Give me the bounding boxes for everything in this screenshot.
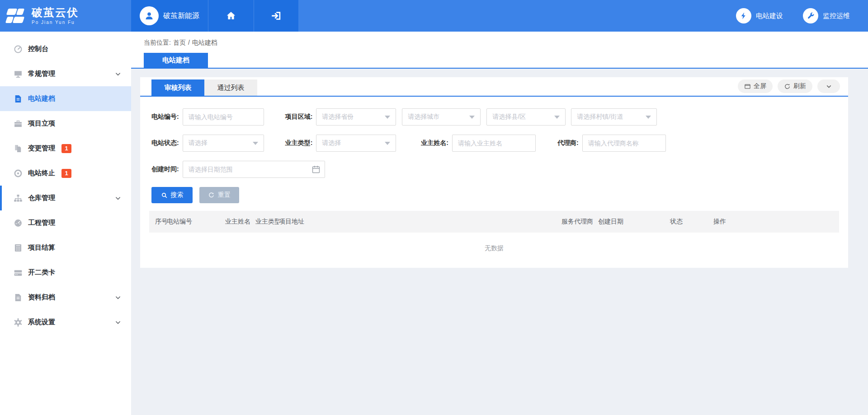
refresh-button[interactable]: 刷新 xyxy=(778,79,812,93)
owner-name-label: 业主姓名: xyxy=(421,139,448,147)
brand-logo: 破茧云伏 Po Jian Yun Fu xyxy=(0,0,131,32)
date-range-input[interactable] xyxy=(183,161,325,178)
top-bar-right: 电站建设 监控运维 xyxy=(298,0,868,32)
fullscreen-button[interactable]: 全屏 xyxy=(738,79,773,93)
chevron-down-icon xyxy=(115,319,121,326)
calculator-icon xyxy=(14,243,23,252)
sidebar: 控制台 常规管理 电站建档 项 xyxy=(0,32,131,415)
col-owner-name: 业主姓名 xyxy=(225,218,255,226)
nav-monitor-ops-label: 监控运维 xyxy=(823,12,850,20)
city-select-value: 请选择城市 xyxy=(408,113,439,121)
sidebar-item-label: 项目立项 xyxy=(28,119,55,128)
top-bar: 破茧云伏 Po Jian Yun Fu 破茧新能源 xyxy=(0,0,868,32)
sidebar-item-label: 电站终止 xyxy=(28,169,55,177)
chevron-down-icon xyxy=(115,71,121,77)
sidebar-item-console[interactable]: 控制台 xyxy=(0,37,131,61)
calendar-icon xyxy=(311,165,321,174)
sidebar-item-project-initiation[interactable]: 项目立项 xyxy=(0,111,131,136)
date-range-picker[interactable] xyxy=(183,161,325,178)
caret-down-icon xyxy=(253,142,258,145)
sidebar-item-change-mgmt[interactable]: 变更管理 1 xyxy=(0,136,131,161)
user-menu[interactable]: 破茧新能源 xyxy=(131,0,208,32)
page-tab-station-archive[interactable]: 电站建档 xyxy=(144,53,208,68)
search-button[interactable]: 搜索 xyxy=(151,187,193,203)
col-index: 序号 xyxy=(155,218,167,226)
nav-monitor-ops[interactable]: 监控运维 xyxy=(803,8,850,23)
station-no-input[interactable] xyxy=(183,108,264,126)
monitor-icon xyxy=(14,70,23,79)
reset-button[interactable]: 重置 xyxy=(199,187,239,203)
sidebar-item-open-class2-card[interactable]: 开二类卡 xyxy=(0,260,131,285)
wrench-icon xyxy=(803,8,818,23)
tab-review-list[interactable]: 审核列表 xyxy=(151,79,204,96)
sidebar-item-station-termination[interactable]: 电站终止 1 xyxy=(0,161,131,186)
content-area: 审核列表 通过列表 全屏 xyxy=(131,69,868,415)
chevron-down-icon xyxy=(826,83,832,90)
province-select-value: 请选择省份 xyxy=(322,113,354,121)
owner-type-value: 请选择 xyxy=(322,139,341,147)
sitemap-icon xyxy=(14,194,23,203)
brand-subtitle: Po Jian Yun Fu xyxy=(32,20,79,25)
badge-count: 1 xyxy=(61,169,71,178)
col-actions: 操作 xyxy=(713,218,839,226)
sidebar-item-label: 资料归档 xyxy=(28,293,55,302)
reset-label: 重置 xyxy=(218,191,231,199)
agent-input[interactable] xyxy=(582,135,666,152)
owner-name-input[interactable] xyxy=(452,135,536,152)
city-select[interactable]: 请选择城市 xyxy=(402,108,481,126)
breadcrumb-home-link[interactable]: 首页 xyxy=(173,39,186,47)
list-card: 审核列表 通过列表 全屏 xyxy=(140,77,848,268)
avatar xyxy=(140,6,159,25)
caret-down-icon xyxy=(469,116,475,119)
sidebar-item-general-mgmt[interactable]: 常规管理 xyxy=(0,61,131,86)
sidebar-item-label: 变更管理 xyxy=(28,144,55,153)
sidebar-item-engineering-mgmt[interactable]: 工程管理 xyxy=(0,210,131,235)
home-button[interactable] xyxy=(208,0,254,32)
search-label: 搜索 xyxy=(171,191,184,199)
breadcrumb-prefix: 当前位置: xyxy=(144,39,171,47)
document-icon xyxy=(14,94,23,103)
station-no-label: 电站编号: xyxy=(151,113,179,121)
sidebar-item-station-archive[interactable]: 电站建档 xyxy=(0,86,131,111)
sidebar-item-warehouse-mgmt[interactable]: 仓库管理 xyxy=(0,186,131,210)
company-name: 破茧新能源 xyxy=(163,11,199,21)
refresh-icon xyxy=(784,83,791,90)
table-header-row: 序号 电站编号 业主姓名 业主类型 项目地址 服务代理商 创建日期 状态 操作 xyxy=(149,211,839,233)
logout-button[interactable] xyxy=(254,0,298,32)
sidebar-item-label: 开二类卡 xyxy=(28,268,55,277)
caret-down-icon xyxy=(554,116,560,119)
col-owner-type: 业主类型 xyxy=(255,218,279,226)
card-toolbar: 全屏 刷新 xyxy=(738,79,840,96)
station-status-label: 电站状态: xyxy=(151,139,179,147)
refresh-label: 刷新 xyxy=(793,82,806,90)
sidebar-item-label: 项目结算 xyxy=(28,243,55,252)
tab-passed-list[interactable]: 通过列表 xyxy=(204,79,257,96)
lightning-icon xyxy=(736,8,751,23)
results-table: 序号 电站编号 业主姓名 业主类型 项目地址 服务代理商 创建日期 状态 操作 … xyxy=(149,211,839,268)
sidebar-item-project-settlement[interactable]: 项目结算 xyxy=(0,235,131,260)
brand-logo-icon xyxy=(6,7,27,25)
county-select[interactable]: 请选择县/区 xyxy=(486,108,566,126)
logout-arrow-icon xyxy=(270,10,282,22)
breadcrumb: 当前位置: 首页 / 电站建档 xyxy=(144,39,217,47)
collapse-toggle-button[interactable] xyxy=(817,79,840,93)
station-status-select[interactable]: 请选择 xyxy=(183,135,264,152)
town-select[interactable]: 请选择村镇/街道 xyxy=(571,108,657,126)
sidebar-item-system-settings[interactable]: 系统设置 xyxy=(0,310,131,335)
sidebar-item-label: 工程管理 xyxy=(28,219,55,227)
sidebar-item-label: 仓库管理 xyxy=(28,194,55,202)
owner-type-select[interactable]: 请选择 xyxy=(316,135,396,152)
reset-icon xyxy=(208,192,215,199)
fullscreen-label: 全屏 xyxy=(754,82,766,90)
dashboard-icon xyxy=(14,45,23,54)
target-icon xyxy=(14,169,23,178)
user-icon xyxy=(144,10,155,21)
province-select[interactable]: 请选择省份 xyxy=(316,108,396,126)
nav-station-build[interactable]: 电站建设 xyxy=(736,8,783,23)
empty-state-text: 无数据 xyxy=(149,233,839,268)
sidebar-item-data-archive[interactable]: 资料归档 xyxy=(0,285,131,310)
col-service-agent: 服务代理商 xyxy=(561,218,598,226)
badge-count: 1 xyxy=(61,144,71,153)
credit-card-icon xyxy=(14,268,23,277)
col-status: 状态 xyxy=(670,218,713,226)
